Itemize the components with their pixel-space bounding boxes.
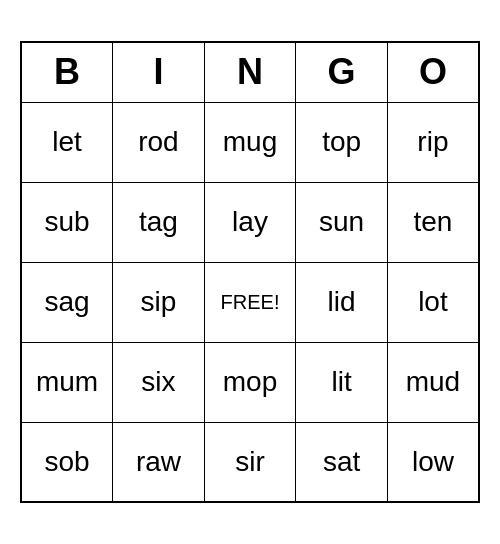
bingo-cell: lay — [204, 182, 296, 262]
bingo-cell: lot — [387, 262, 479, 342]
bingo-cell: rip — [387, 102, 479, 182]
bingo-cell: six — [113, 342, 205, 422]
bingo-cell: ten — [387, 182, 479, 262]
bingo-header-cell: G — [296, 42, 388, 102]
bingo-cell: sub — [21, 182, 113, 262]
bingo-cell: sob — [21, 422, 113, 502]
free-cell: FREE! — [204, 262, 296, 342]
bingo-header-row: BINGO — [21, 42, 479, 102]
bingo-header-cell: B — [21, 42, 113, 102]
bingo-cell: sun — [296, 182, 388, 262]
bingo-cell: tag — [113, 182, 205, 262]
bingo-cell: sag — [21, 262, 113, 342]
bingo-cell: let — [21, 102, 113, 182]
bingo-row: sobrawsirsatlow — [21, 422, 479, 502]
bingo-header-cell: N — [204, 42, 296, 102]
bingo-row: sagsipFREE!lidlot — [21, 262, 479, 342]
bingo-row: subtaglaysunten — [21, 182, 479, 262]
bingo-card: BINGO letrodmugtopripsubtaglaysuntensags… — [20, 41, 480, 503]
bingo-cell: sir — [204, 422, 296, 502]
bingo-row: letrodmugtoprip — [21, 102, 479, 182]
bingo-cell: rod — [113, 102, 205, 182]
bingo-cell: mum — [21, 342, 113, 422]
bingo-cell: mud — [387, 342, 479, 422]
bingo-cell: lit — [296, 342, 388, 422]
bingo-cell: top — [296, 102, 388, 182]
bingo-cell: mug — [204, 102, 296, 182]
bingo-cell: low — [387, 422, 479, 502]
bingo-cell: sat — [296, 422, 388, 502]
bingo-header-cell: O — [387, 42, 479, 102]
bingo-cell: mop — [204, 342, 296, 422]
bingo-cell: raw — [113, 422, 205, 502]
bingo-cell: lid — [296, 262, 388, 342]
bingo-cell: sip — [113, 262, 205, 342]
bingo-row: mumsixmoplitmud — [21, 342, 479, 422]
bingo-header-cell: I — [113, 42, 205, 102]
